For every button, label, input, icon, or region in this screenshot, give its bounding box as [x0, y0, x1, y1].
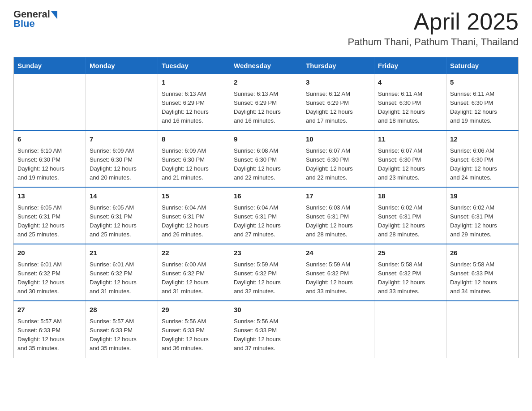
calendar-cell: 22Sunrise: 6:00 AMSunset: 6:32 PMDayligh… — [158, 244, 230, 301]
page-header: General Blue April 2025 Pathum Thani, Pa… — [13, 9, 519, 48]
day-info: Sunrise: 6:02 AMSunset: 6:31 PMDaylight:… — [378, 203, 442, 240]
day-info: Sunrise: 6:05 AMSunset: 6:31 PMDaylight:… — [90, 203, 154, 240]
week-row-2: 13Sunrise: 6:05 AMSunset: 6:31 PMDayligh… — [14, 187, 519, 244]
calendar-cell: 2Sunrise: 6:13 AMSunset: 6:29 PMDaylight… — [230, 74, 302, 130]
calendar-cell: 12Sunrise: 6:06 AMSunset: 6:30 PMDayligh… — [446, 130, 519, 187]
calendar-body: 1Sunrise: 6:13 AMSunset: 6:29 PMDaylight… — [14, 74, 519, 358]
header-cell-monday: Monday — [86, 57, 158, 74]
subtitle: Pathum Thani, Pathum Thani, Thailand — [348, 36, 519, 48]
header-cell-thursday: Thursday — [302, 57, 374, 74]
day-info: Sunrise: 5:58 AMSunset: 6:33 PMDaylight:… — [450, 260, 515, 296]
header-row: SundayMondayTuesdayWednesdayThursdayFrid… — [14, 57, 519, 74]
day-info: Sunrise: 6:07 AMSunset: 6:30 PMDaylight:… — [306, 146, 370, 183]
day-info: Sunrise: 6:04 AMSunset: 6:31 PMDaylight:… — [162, 203, 226, 240]
day-number: 21 — [90, 248, 154, 258]
day-info: Sunrise: 6:13 AMSunset: 6:29 PMDaylight:… — [162, 90, 226, 126]
day-number: 23 — [234, 248, 298, 258]
calendar-cell: 1Sunrise: 6:13 AMSunset: 6:29 PMDaylight… — [158, 74, 230, 130]
day-number: 10 — [306, 134, 370, 145]
day-number: 18 — [378, 191, 442, 201]
day-number: 7 — [90, 134, 154, 145]
header-cell-saturday: Saturday — [446, 57, 519, 74]
calendar-cell — [374, 301, 446, 358]
calendar-cell: 13Sunrise: 6:05 AMSunset: 6:31 PMDayligh… — [14, 187, 86, 244]
day-info: Sunrise: 6:10 AMSunset: 6:30 PMDaylight:… — [17, 146, 82, 183]
calendar-cell: 8Sunrise: 6:09 AMSunset: 6:30 PMDaylight… — [158, 130, 230, 187]
day-number: 12 — [450, 134, 515, 145]
calendar-cell: 5Sunrise: 6:11 AMSunset: 6:30 PMDaylight… — [446, 74, 519, 130]
day-number: 3 — [306, 77, 370, 88]
calendar-cell: 29Sunrise: 5:56 AMSunset: 6:33 PMDayligh… — [158, 301, 230, 358]
calendar-cell: 27Sunrise: 5:57 AMSunset: 6:33 PMDayligh… — [14, 301, 86, 358]
calendar-cell: 23Sunrise: 5:59 AMSunset: 6:32 PMDayligh… — [230, 244, 302, 301]
calendar-cell: 20Sunrise: 6:01 AMSunset: 6:32 PMDayligh… — [14, 244, 86, 301]
calendar-cell: 21Sunrise: 6:01 AMSunset: 6:32 PMDayligh… — [86, 244, 158, 301]
calendar-cell: 11Sunrise: 6:07 AMSunset: 6:30 PMDayligh… — [374, 130, 446, 187]
day-info: Sunrise: 6:02 AMSunset: 6:31 PMDaylight:… — [450, 203, 515, 240]
calendar-cell: 4Sunrise: 6:11 AMSunset: 6:30 PMDaylight… — [374, 74, 446, 130]
day-info: Sunrise: 5:56 AMSunset: 6:33 PMDaylight:… — [234, 317, 298, 353]
day-info: Sunrise: 6:07 AMSunset: 6:30 PMDaylight:… — [378, 146, 442, 183]
calendar-cell: 15Sunrise: 6:04 AMSunset: 6:31 PMDayligh… — [158, 187, 230, 244]
day-info: Sunrise: 6:03 AMSunset: 6:31 PMDaylight:… — [306, 203, 370, 240]
calendar-cell: 24Sunrise: 5:59 AMSunset: 6:32 PMDayligh… — [302, 244, 374, 301]
header-cell-sunday: Sunday — [14, 57, 86, 74]
day-info: Sunrise: 6:11 AMSunset: 6:30 PMDaylight:… — [378, 90, 442, 126]
day-info: Sunrise: 6:04 AMSunset: 6:31 PMDaylight:… — [234, 203, 298, 240]
day-info: Sunrise: 5:57 AMSunset: 6:33 PMDaylight:… — [90, 317, 154, 353]
day-info: Sunrise: 6:12 AMSunset: 6:29 PMDaylight:… — [306, 90, 370, 126]
calendar-cell: 19Sunrise: 6:02 AMSunset: 6:31 PMDayligh… — [446, 187, 519, 244]
day-number: 22 — [162, 248, 226, 258]
main-title: April 2025 — [348, 9, 519, 34]
day-number: 2 — [234, 77, 298, 88]
calendar-cell: 14Sunrise: 6:05 AMSunset: 6:31 PMDayligh… — [86, 187, 158, 244]
day-info: Sunrise: 6:13 AMSunset: 6:29 PMDaylight:… — [234, 90, 298, 126]
day-info: Sunrise: 6:09 AMSunset: 6:30 PMDaylight:… — [162, 146, 226, 183]
calendar-cell: 16Sunrise: 6:04 AMSunset: 6:31 PMDayligh… — [230, 187, 302, 244]
day-info: Sunrise: 5:59 AMSunset: 6:32 PMDaylight:… — [306, 260, 370, 296]
week-row-4: 27Sunrise: 5:57 AMSunset: 6:33 PMDayligh… — [14, 301, 519, 358]
day-number: 27 — [17, 305, 82, 315]
day-info: Sunrise: 5:57 AMSunset: 6:33 PMDaylight:… — [17, 317, 82, 353]
day-info: Sunrise: 5:58 AMSunset: 6:32 PMDaylight:… — [378, 260, 442, 296]
calendar-cell — [302, 301, 374, 358]
day-number: 14 — [90, 191, 154, 201]
week-row-3: 20Sunrise: 6:01 AMSunset: 6:32 PMDayligh… — [14, 244, 519, 301]
calendar-cell: 30Sunrise: 5:56 AMSunset: 6:33 PMDayligh… — [230, 301, 302, 358]
day-number: 26 — [450, 248, 515, 258]
header-cell-wednesday: Wednesday — [230, 57, 302, 74]
calendar-cell: 28Sunrise: 5:57 AMSunset: 6:33 PMDayligh… — [86, 301, 158, 358]
day-info: Sunrise: 6:09 AMSunset: 6:30 PMDaylight:… — [90, 146, 154, 183]
day-info: Sunrise: 6:05 AMSunset: 6:31 PMDaylight:… — [17, 203, 82, 240]
calendar-header: SundayMondayTuesdayWednesdayThursdayFrid… — [14, 57, 519, 74]
calendar-cell — [14, 74, 86, 130]
day-info: Sunrise: 6:08 AMSunset: 6:30 PMDaylight:… — [234, 146, 298, 183]
day-number: 16 — [234, 191, 298, 201]
day-number: 15 — [162, 191, 226, 201]
calendar-cell: 9Sunrise: 6:08 AMSunset: 6:30 PMDaylight… — [230, 130, 302, 187]
day-number: 20 — [17, 248, 82, 258]
day-info: Sunrise: 6:01 AMSunset: 6:32 PMDaylight:… — [17, 260, 82, 296]
day-number: 6 — [17, 134, 82, 145]
title-block: April 2025 Pathum Thani, Pathum Thani, T… — [348, 9, 519, 48]
calendar-cell: 18Sunrise: 6:02 AMSunset: 6:31 PMDayligh… — [374, 187, 446, 244]
calendar-cell — [86, 74, 158, 130]
day-info: Sunrise: 5:59 AMSunset: 6:32 PMDaylight:… — [234, 260, 298, 296]
day-number: 13 — [17, 191, 82, 201]
calendar-cell: 17Sunrise: 6:03 AMSunset: 6:31 PMDayligh… — [302, 187, 374, 244]
day-number: 1 — [162, 77, 226, 88]
week-row-0: 1Sunrise: 6:13 AMSunset: 6:29 PMDaylight… — [14, 74, 519, 130]
day-number: 25 — [378, 248, 442, 258]
logo: General Blue — [13, 9, 57, 30]
logo-text-blue: Blue — [13, 18, 57, 30]
week-row-1: 6Sunrise: 6:10 AMSunset: 6:30 PMDaylight… — [14, 130, 519, 187]
calendar-cell: 25Sunrise: 5:58 AMSunset: 6:32 PMDayligh… — [374, 244, 446, 301]
calendar-table: SundayMondayTuesdayWednesdayThursdayFrid… — [13, 57, 519, 358]
header-cell-tuesday: Tuesday — [158, 57, 230, 74]
day-number: 24 — [306, 248, 370, 258]
day-info: Sunrise: 6:01 AMSunset: 6:32 PMDaylight:… — [90, 260, 154, 296]
day-number: 9 — [234, 134, 298, 145]
calendar-cell: 26Sunrise: 5:58 AMSunset: 6:33 PMDayligh… — [446, 244, 519, 301]
day-info: Sunrise: 6:06 AMSunset: 6:30 PMDaylight:… — [450, 146, 515, 183]
calendar-cell: 6Sunrise: 6:10 AMSunset: 6:30 PMDaylight… — [14, 130, 86, 187]
